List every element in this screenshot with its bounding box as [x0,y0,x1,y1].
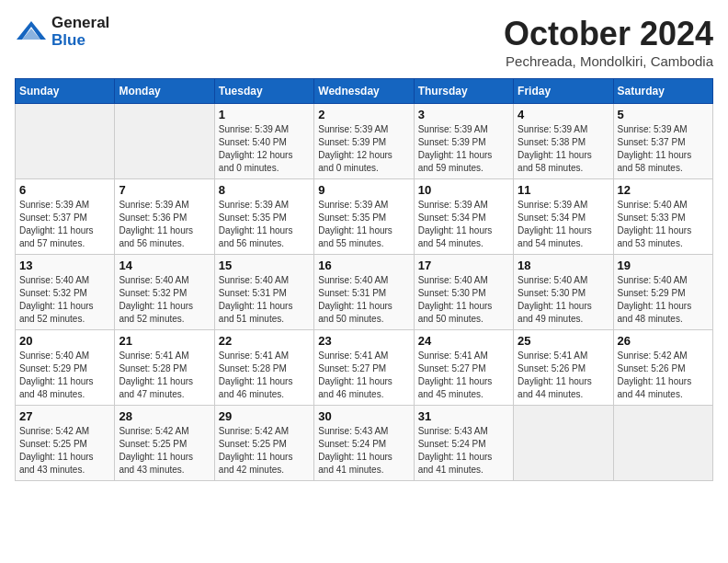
cell-detail: Sunrise: 5:40 AMSunset: 5:31 PMDaylight:… [318,274,409,326]
cell-detail: Sunrise: 5:42 AMSunset: 5:26 PMDaylight:… [618,350,709,401]
calendar-cell: 12Sunrise: 5:40 AMSunset: 5:33 PMDayligh… [613,179,712,255]
day-number: 1 [219,108,310,121]
cell-detail: Sunrise: 5:39 AMSunset: 5:34 PMDaylight:… [418,199,509,250]
calendar-cell: 17Sunrise: 5:40 AMSunset: 5:30 PMDayligh… [414,255,513,330]
calendar-cell: 26Sunrise: 5:42 AMSunset: 5:26 PMDayligh… [613,330,712,406]
logo-blue: Blue [51,32,109,50]
cell-detail: Sunrise: 5:40 AMSunset: 5:30 PMDaylight:… [418,274,509,326]
month-title: October 2024 [504,15,713,53]
cell-detail: Sunrise: 5:43 AMSunset: 5:24 PMDaylight:… [318,425,409,477]
calendar-table: SundayMondayTuesdayWednesdayThursdayFrid… [15,78,713,481]
calendar-cell: 16Sunrise: 5:40 AMSunset: 5:31 PMDayligh… [314,255,414,330]
cell-detail: Sunrise: 5:39 AMSunset: 5:35 PMDaylight:… [219,199,310,250]
day-number: 17 [418,259,509,272]
day-number: 3 [418,108,509,121]
calendar-cell: 3Sunrise: 5:39 AMSunset: 5:39 PMDaylight… [414,104,513,179]
day-number: 15 [219,259,310,272]
calendar-cell: 1Sunrise: 5:39 AMSunset: 5:40 PMDaylight… [214,104,313,179]
weekday-wednesday: Wednesday [314,79,414,104]
cell-detail: Sunrise: 5:39 AMSunset: 5:39 PMDaylight:… [418,123,509,175]
calendar-cell: 6Sunrise: 5:39 AMSunset: 5:37 PMDaylight… [16,179,115,255]
day-number: 4 [518,108,609,121]
calendar-body: 1Sunrise: 5:39 AMSunset: 5:40 PMDaylight… [16,104,713,481]
day-number: 26 [618,334,709,348]
cell-detail: Sunrise: 5:42 AMSunset: 5:25 PMDaylight:… [219,425,310,477]
calendar-cell: 14Sunrise: 5:40 AMSunset: 5:32 PMDayligh… [115,255,214,330]
calendar-cell: 25Sunrise: 5:41 AMSunset: 5:26 PMDayligh… [514,330,613,406]
weekday-friday: Friday [514,79,613,104]
calendar-cell: 8Sunrise: 5:39 AMSunset: 5:35 PMDaylight… [214,179,313,255]
cell-detail: Sunrise: 5:40 AMSunset: 5:32 PMDaylight:… [119,274,210,326]
calendar-cell: 23Sunrise: 5:41 AMSunset: 5:27 PMDayligh… [314,330,414,406]
cell-detail: Sunrise: 5:40 AMSunset: 5:29 PMDaylight:… [19,350,110,401]
day-number: 29 [219,409,310,423]
cell-detail: Sunrise: 5:40 AMSunset: 5:32 PMDaylight:… [19,274,110,326]
week-row-4: 27Sunrise: 5:42 AMSunset: 5:25 PMDayligh… [16,406,713,481]
calendar-cell: 29Sunrise: 5:42 AMSunset: 5:25 PMDayligh… [214,406,313,481]
cell-detail: Sunrise: 5:39 AMSunset: 5:39 PMDaylight:… [318,123,409,175]
page-header: General Blue October 2024 Pechreada, Mon… [15,15,713,69]
day-number: 14 [119,259,210,272]
day-number: 24 [418,334,509,348]
day-number: 28 [119,409,210,423]
weekday-monday: Monday [115,79,214,104]
calendar-cell [613,406,712,481]
cell-detail: Sunrise: 5:41 AMSunset: 5:27 PMDaylight:… [318,350,409,401]
day-number: 11 [518,183,609,197]
day-number: 12 [618,183,709,197]
day-number: 8 [219,183,310,197]
cell-detail: Sunrise: 5:41 AMSunset: 5:26 PMDaylight:… [518,350,609,401]
calendar-cell: 18Sunrise: 5:40 AMSunset: 5:30 PMDayligh… [514,255,613,330]
weekday-saturday: Saturday [613,79,712,104]
day-number: 23 [318,334,409,348]
cell-detail: Sunrise: 5:40 AMSunset: 5:30 PMDaylight:… [518,274,609,326]
calendar-cell: 27Sunrise: 5:42 AMSunset: 5:25 PMDayligh… [16,406,115,481]
cell-detail: Sunrise: 5:41 AMSunset: 5:28 PMDaylight:… [119,350,210,401]
calendar-cell: 19Sunrise: 5:40 AMSunset: 5:29 PMDayligh… [613,255,712,330]
cell-detail: Sunrise: 5:39 AMSunset: 5:37 PMDaylight:… [19,199,110,250]
cell-detail: Sunrise: 5:40 AMSunset: 5:31 PMDaylight:… [219,274,310,326]
day-number: 7 [119,183,210,197]
day-number: 9 [318,183,409,197]
cell-detail: Sunrise: 5:42 AMSunset: 5:25 PMDaylight:… [19,425,110,477]
cell-detail: Sunrise: 5:40 AMSunset: 5:33 PMDaylight:… [618,199,709,250]
day-number: 30 [318,409,409,423]
cell-detail: Sunrise: 5:39 AMSunset: 5:34 PMDaylight:… [518,199,609,250]
day-number: 5 [618,108,709,121]
cell-detail: Sunrise: 5:39 AMSunset: 5:38 PMDaylight:… [518,123,609,175]
week-row-0: 1Sunrise: 5:39 AMSunset: 5:40 PMDaylight… [16,104,713,179]
calendar-cell: 24Sunrise: 5:41 AMSunset: 5:27 PMDayligh… [414,330,513,406]
day-number: 2 [318,108,409,121]
title-area: October 2024 Pechreada, Mondolkiri, Camb… [504,15,713,69]
week-row-1: 6Sunrise: 5:39 AMSunset: 5:37 PMDaylight… [16,179,713,255]
cell-detail: Sunrise: 5:39 AMSunset: 5:35 PMDaylight:… [318,199,409,250]
calendar-cell: 22Sunrise: 5:41 AMSunset: 5:28 PMDayligh… [214,330,313,406]
day-number: 10 [418,183,509,197]
calendar-cell: 5Sunrise: 5:39 AMSunset: 5:37 PMDaylight… [613,104,712,179]
calendar-cell: 13Sunrise: 5:40 AMSunset: 5:32 PMDayligh… [16,255,115,330]
cell-detail: Sunrise: 5:39 AMSunset: 5:40 PMDaylight:… [219,123,310,175]
calendar-cell: 30Sunrise: 5:43 AMSunset: 5:24 PMDayligh… [314,406,414,481]
week-row-2: 13Sunrise: 5:40 AMSunset: 5:32 PMDayligh… [16,255,713,330]
cell-detail: Sunrise: 5:40 AMSunset: 5:29 PMDaylight:… [618,274,709,326]
day-number: 27 [19,409,110,423]
logo: General Blue [15,15,109,49]
day-number: 19 [618,259,709,272]
cell-detail: Sunrise: 5:41 AMSunset: 5:27 PMDaylight:… [418,350,509,401]
cell-detail: Sunrise: 5:39 AMSunset: 5:36 PMDaylight:… [119,199,210,250]
calendar-cell [16,104,115,179]
calendar-cell: 2Sunrise: 5:39 AMSunset: 5:39 PMDaylight… [314,104,414,179]
day-number: 18 [518,259,609,272]
calendar-cell: 9Sunrise: 5:39 AMSunset: 5:35 PMDaylight… [314,179,414,255]
location: Pechreada, Mondolkiri, Cambodia [504,53,713,69]
weekday-tuesday: Tuesday [214,79,313,104]
calendar-cell: 20Sunrise: 5:40 AMSunset: 5:29 PMDayligh… [16,330,115,406]
logo-icon [15,19,48,45]
calendar-cell: 21Sunrise: 5:41 AMSunset: 5:28 PMDayligh… [115,330,214,406]
week-row-3: 20Sunrise: 5:40 AMSunset: 5:29 PMDayligh… [16,330,713,406]
day-number: 25 [518,334,609,348]
day-number: 21 [119,334,210,348]
day-number: 31 [418,409,509,423]
day-number: 13 [19,259,110,272]
weekday-sunday: Sunday [16,79,115,104]
